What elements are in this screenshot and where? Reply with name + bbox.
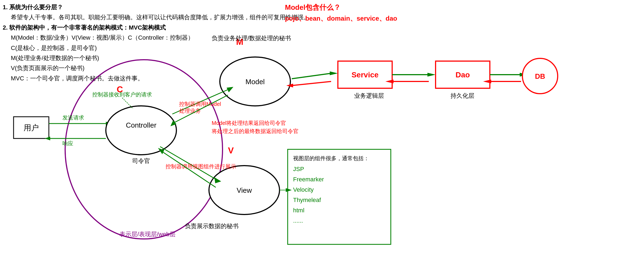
svg-text:持久化层: 持久化层: [451, 92, 474, 99]
svg-text:负责展示数据的秘书: 负责展示数据的秘书: [185, 223, 239, 229]
svg-line-15: [122, 98, 133, 109]
svg-text:Dao: Dao: [456, 71, 470, 79]
svg-text:View: View: [237, 186, 252, 194]
svg-text:......: ......: [293, 217, 303, 224]
svg-text:V: V: [228, 146, 234, 155]
svg-line-52: [160, 147, 216, 179]
svg-line-28: [292, 73, 331, 79]
svg-text:DB: DB: [535, 72, 545, 80]
svg-text:Thymeleaf: Thymeleaf: [293, 197, 321, 203]
svg-text:Model: Model: [246, 78, 265, 86]
svg-line-55: [163, 152, 216, 187]
svg-text:Velocity: Velocity: [293, 186, 314, 193]
svg-text:将处理之后的最终数据返回给司令官: 将处理之后的最终数据返回给司令官: [211, 128, 299, 134]
svg-text:Service: Service: [351, 71, 379, 79]
svg-text:Freemarker: Freemarker: [293, 176, 324, 183]
diagram-svg: 表示层/表现层/web层 用户 发送请求 响应 Controller C 司令官…: [0, 0, 644, 265]
svg-point-10: [106, 106, 176, 155]
svg-text:响应: 响应: [62, 140, 73, 146]
svg-text:司令官: 司令官: [132, 157, 150, 164]
svg-text:表示层/表现层/web层: 表示层/表现层/web层: [119, 231, 176, 238]
svg-marker-29: [330, 71, 338, 75]
svg-text:业务逻辑层: 业务逻辑层: [354, 92, 384, 99]
svg-text:Controller: Controller: [126, 121, 157, 129]
svg-text:控制器调用视图组件进行展示: 控制器调用视图组件进行展示: [166, 163, 236, 169]
svg-text:控制器接收到客户的请求: 控制器接收到客户的请求: [92, 92, 152, 97]
svg-text:JSP: JSP: [293, 166, 304, 172]
svg-text:负责业务处理/数据处理的秘书: 负责业务处理/数据处理的秘书: [212, 35, 291, 42]
svg-line-30: [292, 81, 331, 86]
svg-text:用户: 用户: [24, 124, 39, 132]
page: 1. 系统为什么要分层？ 希望专人干专事。各司其职。职能分工要明确。这样可以让代…: [0, 0, 644, 265]
svg-text:html: html: [293, 207, 304, 214]
svg-text:Model将处理结果返回给司令官: Model将处理结果返回给司令官: [212, 120, 286, 126]
svg-marker-36: [427, 73, 436, 77]
svg-text:视图层的组件很多，通常包括：: 视图层的组件很多，通常包括：: [293, 155, 369, 161]
svg-text:发送请求: 发送请求: [62, 115, 84, 121]
